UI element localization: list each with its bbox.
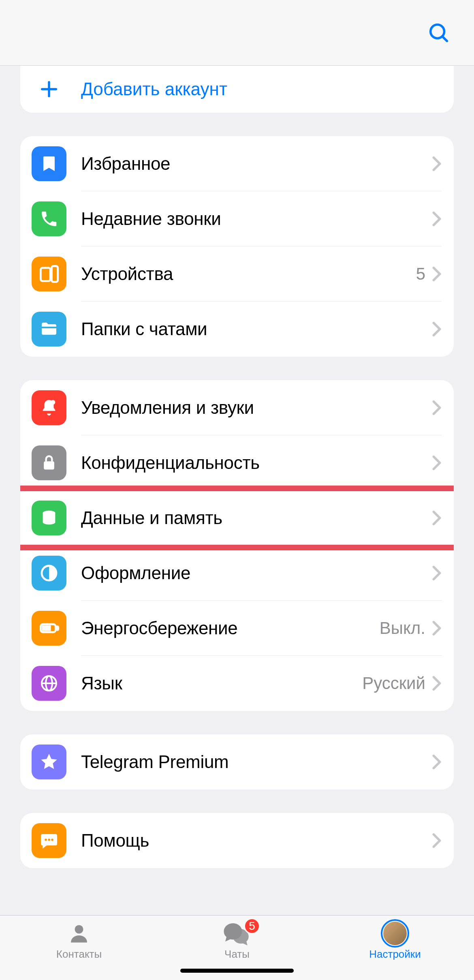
chevron-right-icon — [432, 676, 442, 691]
row-label: Недавние звонки — [81, 209, 432, 229]
tab-settings[interactable]: Настройки — [317, 921, 473, 980]
settings-group: Telegram Premium — [20, 734, 454, 790]
circle-half-icon — [32, 556, 66, 591]
settings-group: Уведомления и звукиКонфиденциальностьДан… — [20, 380, 454, 711]
chevron-right-icon — [432, 510, 442, 526]
star-icon — [32, 745, 66, 779]
chevron-right-icon — [432, 400, 442, 415]
chat-icon — [32, 823, 66, 858]
svg-point-19 — [51, 839, 53, 841]
settings-row-language[interactable]: ЯзыкРусский — [20, 656, 454, 711]
svg-rect-8 — [44, 461, 54, 469]
svg-line-1 — [442, 36, 447, 41]
row-label: Конфиденциальность — [81, 453, 432, 473]
svg-rect-13 — [43, 627, 50, 630]
search-button[interactable] — [428, 22, 450, 44]
chevron-right-icon — [432, 266, 442, 282]
svg-point-17 — [45, 839, 47, 841]
chats-badge: 5 — [244, 918, 260, 934]
add-account-row[interactable]: Добавить аккаунт — [20, 66, 454, 113]
settings-content: Добавить аккаунт ИзбранноеНедавние звонк… — [0, 66, 474, 915]
row-label: Данные и память — [81, 508, 432, 528]
svg-rect-6 — [42, 327, 56, 328]
avatar-ring — [381, 919, 409, 948]
tab-settings-label: Настройки — [369, 948, 421, 961]
lock-icon — [32, 445, 66, 480]
row-value: 5 — [416, 264, 425, 284]
phone-icon — [32, 201, 66, 236]
row-label: Папки с чатами — [81, 319, 432, 339]
settings-row-storage[interactable]: Данные и память — [20, 490, 454, 546]
chevron-right-icon — [432, 833, 442, 848]
chevron-right-icon — [432, 621, 442, 636]
settings-group: ИзбранноеНедавние звонкиУстройства5Папки… — [20, 136, 454, 357]
row-label: Избранное — [81, 154, 432, 174]
row-label: Энергосбережение — [81, 618, 380, 638]
battery-icon — [32, 611, 66, 646]
row-label: Уведомления и звуки — [81, 398, 432, 418]
row-label: Оформление — [81, 563, 432, 583]
plus-icon — [38, 79, 60, 100]
chevron-right-icon — [432, 211, 442, 227]
tab-chats-label: Чаты — [224, 948, 250, 961]
devices-icon — [32, 257, 66, 291]
account-group: Добавить аккаунт — [20, 66, 454, 113]
settings-row-appearance[interactable]: Оформление — [20, 546, 454, 601]
settings-row-premium[interactable]: Telegram Premium — [20, 734, 454, 790]
row-label: Telegram Premium — [81, 752, 432, 772]
row-label: Устройства — [81, 264, 416, 284]
avatar — [383, 922, 407, 945]
svg-rect-4 — [41, 268, 50, 281]
tab-contacts[interactable]: Контакты — [1, 921, 157, 980]
globe-icon — [32, 666, 66, 701]
settings-row-notifications[interactable]: Уведомления и звуки — [20, 380, 454, 435]
svg-point-7 — [51, 400, 55, 405]
add-account-label: Добавить аккаунт — [81, 79, 227, 99]
chevron-right-icon — [432, 156, 442, 171]
contacts-icon — [67, 921, 91, 946]
settings-row-saved[interactable]: Избранное — [20, 136, 454, 191]
chevron-right-icon — [432, 565, 442, 581]
tab-contacts-label: Контакты — [56, 948, 102, 961]
chevron-right-icon — [432, 754, 442, 770]
svg-point-20 — [75, 925, 83, 934]
svg-rect-5 — [52, 266, 58, 282]
svg-rect-12 — [56, 627, 58, 630]
settings-row-devices[interactable]: Устройства5 — [20, 246, 454, 302]
bookmark-icon — [32, 146, 66, 181]
chevron-right-icon — [432, 321, 442, 337]
row-value: Русский — [362, 674, 425, 693]
home-indicator[interactable] — [180, 969, 294, 973]
row-label: Помощь — [81, 830, 432, 851]
settings-row-folders[interactable]: Папки с чатами — [20, 302, 454, 357]
bell-icon — [32, 390, 66, 425]
settings-row-power[interactable]: ЭнергосбережениеВыкл. — [20, 601, 454, 656]
settings-row-calls[interactable]: Недавние звонки — [20, 191, 454, 246]
header — [0, 0, 474, 66]
database-icon — [32, 501, 66, 535]
settings-group: Помощь — [20, 813, 454, 868]
search-icon — [428, 22, 450, 44]
svg-point-18 — [48, 839, 50, 841]
row-label: Язык — [81, 673, 362, 693]
settings-row-privacy[interactable]: Конфиденциальность — [20, 435, 454, 490]
chevron-right-icon — [432, 455, 442, 471]
folder-icon — [32, 312, 66, 347]
settings-row-help[interactable]: Помощь — [20, 813, 454, 868]
row-value: Выкл. — [380, 618, 425, 638]
